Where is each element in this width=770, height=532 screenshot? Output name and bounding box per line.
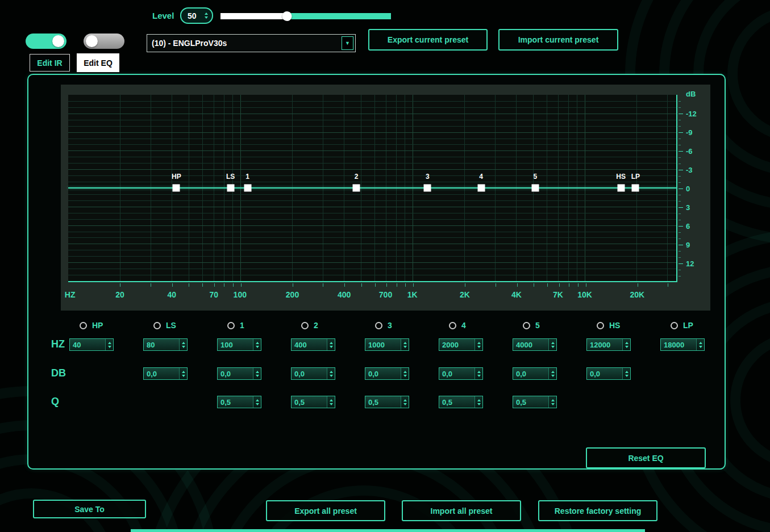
spin-down-icon[interactable] [477,346,481,348]
spin-down-icon[interactable] [625,346,629,348]
spin-down-icon[interactable] [403,375,407,377]
spin-down-icon[interactable] [330,375,333,377]
ir-enable-toggle[interactable] [26,33,66,49]
hz-input-3[interactable]: 1000 [365,338,409,351]
db-input-ls[interactable]: 0,0 [143,367,188,380]
eq-marker-hs[interactable] [617,185,625,192]
hz-input-5[interactable]: 4000 [513,338,557,351]
hz-input-2[interactable]: 400 [291,338,335,351]
spin-up-icon[interactable] [477,399,481,401]
spin-down-icon[interactable] [182,375,185,377]
eq-marker-2[interactable] [353,185,360,192]
spin-up-icon[interactable] [256,342,259,344]
hz-input-lp[interactable]: 18000 [660,338,705,351]
eq-marker-3[interactable] [424,185,431,192]
q-input-4[interactable]: 0,5 [439,396,483,408]
reset-eq-button[interactable]: Reset EQ [586,447,706,468]
db-input-2[interactable]: 0,0 [291,367,335,380]
db-input-4[interactable]: 0,0 [439,367,483,380]
export-current-preset-button[interactable]: Export current preset [368,29,488,51]
band-radio-ls[interactable]: LS [143,321,176,330]
spin-down-icon[interactable] [182,346,185,348]
q-input-3[interactable]: 0,5 [365,396,409,408]
spin-up-icon[interactable] [330,399,333,401]
level-slider[interactable] [220,13,391,19]
dropdown-arrow-icon[interactable]: ▼ [342,36,353,50]
spin-up-icon[interactable] [403,399,407,401]
stepper-down-icon[interactable] [205,16,208,19]
spin-up-icon[interactable] [551,371,555,373]
level-slider-track[interactable] [220,13,391,19]
import-all-preset-button[interactable]: Import all preset [402,500,521,521]
spin-down-icon[interactable] [256,375,259,377]
db-input-hs[interactable]: 0,0 [586,367,631,380]
band-radio-4[interactable]: 4 [439,321,466,330]
eq-marker-4[interactable] [477,185,485,192]
spin-up-icon[interactable] [625,371,629,373]
spin-up-icon[interactable] [182,342,185,344]
spin-down-icon[interactable] [403,346,407,348]
band-radio-hs[interactable]: HS [586,321,620,330]
spin-down-icon[interactable] [256,403,259,405]
spin-down-icon[interactable] [551,375,555,377]
spin-down-icon[interactable] [477,403,481,405]
level-slider-knob[interactable] [282,11,292,21]
eq-marker-ls[interactable] [227,185,234,192]
band-radio-1[interactable]: 1 [217,321,244,330]
level-stepper[interactable]: 50 [180,7,213,24]
eq-marker-lp[interactable] [632,185,639,192]
spin-up-icon[interactable] [108,342,111,344]
db-input-3[interactable]: 0,0 [365,367,409,380]
band-radio-hp[interactable]: HP [69,321,103,330]
spin-down-icon[interactable] [330,346,333,348]
spin-down-icon[interactable] [403,403,407,405]
tab-edit-eq[interactable]: Edit EQ [77,53,119,72]
stepper-up-icon[interactable] [205,12,208,15]
spin-down-icon[interactable] [330,403,333,405]
spin-down-icon[interactable] [108,346,111,348]
spin-up-icon[interactable] [477,371,481,373]
spin-up-icon[interactable] [182,371,185,373]
db-input-5[interactable]: 0,0 [513,367,557,380]
eq-enable-toggle[interactable] [84,33,124,49]
spin-up-icon[interactable] [256,399,259,401]
preset-dropdown[interactable]: (10) - ENGLProV30s ▼ [147,34,356,52]
hz-input-hp[interactable]: 40 [69,338,114,351]
hz-input-4[interactable]: 2000 [439,338,483,351]
q-input-2[interactable]: 0,5 [291,396,335,408]
band-radio-5[interactable]: 5 [513,321,540,330]
save-to-button[interactable]: Save To [33,500,146,518]
spin-down-icon[interactable] [625,375,629,377]
q-input-1[interactable]: 0,5 [217,396,261,408]
band-radio-3[interactable]: 3 [365,321,392,330]
spin-up-icon[interactable] [477,342,481,344]
db-input-1[interactable]: 0,0 [217,367,261,380]
spin-up-icon[interactable] [330,342,333,344]
spin-down-icon[interactable] [477,375,481,377]
spin-down-icon[interactable] [699,346,702,348]
spin-up-icon[interactable] [256,371,259,373]
eq-marker-1[interactable] [244,185,251,192]
spin-up-icon[interactable] [699,342,702,344]
eq-marker-hp[interactable] [173,185,180,192]
spin-down-icon[interactable] [256,346,259,348]
spin-up-icon[interactable] [551,399,555,401]
band-radio-lp[interactable]: LP [660,321,693,330]
band-radio-2[interactable]: 2 [291,321,318,330]
spin-up-icon[interactable] [403,342,407,344]
hz-input-hs[interactable]: 12000 [586,338,631,351]
hz-input-ls[interactable]: 80 [143,338,188,351]
export-all-preset-button[interactable]: Export all preset [266,500,385,521]
eq-marker-5[interactable] [531,185,539,192]
restore-factory-button[interactable]: Restore factory setting [538,500,657,521]
level-stepper-arrows[interactable] [205,12,208,19]
q-input-5[interactable]: 0,5 [513,396,557,408]
spin-up-icon[interactable] [330,371,333,373]
spin-down-icon[interactable] [551,346,555,348]
hz-input-1[interactable]: 100 [217,338,261,351]
spin-up-icon[interactable] [551,342,555,344]
spin-up-icon[interactable] [403,371,407,373]
spin-down-icon[interactable] [551,403,555,405]
tab-edit-ir[interactable]: Edit IR [30,54,70,72]
import-current-preset-button[interactable]: Import current preset [498,29,618,51]
